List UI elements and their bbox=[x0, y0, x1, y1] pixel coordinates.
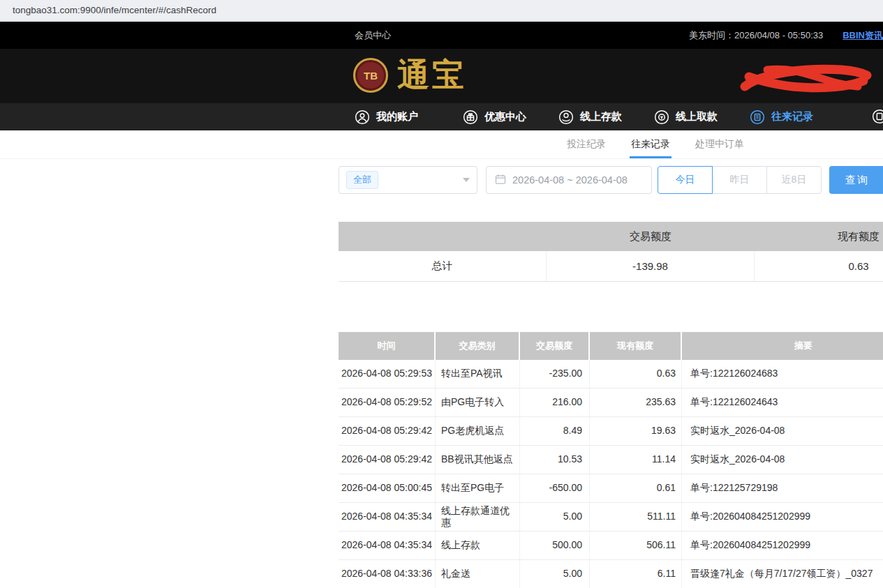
tab-betting-records[interactable]: 投注纪录 bbox=[565, 130, 607, 158]
summary-total-row: 总计 -139.98 0.63 bbox=[339, 251, 883, 282]
cell-amount: 216.00 bbox=[520, 389, 590, 416]
summary-header-amount: 交易额度 bbox=[547, 222, 755, 251]
cell-time: 2026-04-08 05:29:53 bbox=[339, 360, 436, 388]
site-logo[interactable]: TB 通宝 bbox=[353, 58, 467, 93]
summary-total-label: 总计 bbox=[339, 251, 547, 281]
nav-item-online-deposit[interactable]: 线上存款 bbox=[558, 110, 622, 125]
cell-note: 单号:122126024683 bbox=[682, 360, 883, 388]
cell-type: 转出至PG电子 bbox=[436, 474, 520, 502]
cell-balance: 11.14 bbox=[590, 446, 682, 474]
column-header-amount: 交易额度 bbox=[520, 332, 590, 360]
eastern-time-label: 美东时间：2026/04/08 - 05:50:33 bbox=[689, 29, 823, 42]
withdraw-icon bbox=[654, 110, 669, 125]
red-scribble-mark bbox=[739, 60, 872, 96]
member-center-link[interactable]: 会员中心 bbox=[355, 29, 391, 42]
cell-time: 2026-04-08 05:29:42 bbox=[339, 446, 436, 474]
last-8-days-button[interactable]: 近8日 bbox=[766, 166, 822, 194]
main-navigation: 我的账户 优惠中心 线上存款 线上取款 bbox=[0, 103, 883, 130]
cell-amount: 10.53 bbox=[520, 446, 590, 474]
logo-text: 通宝 bbox=[397, 58, 467, 93]
table-row: 2026-04-08 05:29:42 BB视讯其他返点 10.53 11.14… bbox=[339, 446, 883, 474]
cell-amount: 8.49 bbox=[520, 417, 590, 445]
table-row: 2026-04-08 05:29:52 由PG电子转入 216.00 235.6… bbox=[339, 389, 883, 417]
table-row: 2026-04-08 04:35:34 线上存款 500.00 506.11 单… bbox=[339, 532, 883, 560]
tab-pending-orders[interactable]: 处理中订单 bbox=[694, 130, 745, 158]
date-range-value: 2026-04-08 ~ 2026-04-08 bbox=[512, 174, 628, 186]
nav-label: 往来记录 bbox=[771, 110, 813, 123]
today-button[interactable]: 今日 bbox=[658, 166, 713, 194]
date-range-input[interactable]: 2026-04-08 ~ 2026-04-08 bbox=[486, 166, 652, 194]
nav-item-promotions[interactable]: 优惠中心 bbox=[463, 110, 526, 125]
cell-balance: 19.63 bbox=[590, 417, 682, 445]
topbar: 会员中心 美东时间：2026/04/08 - 05:50:33 BBIN资讯 bbox=[0, 22, 883, 49]
yesterday-button[interactable]: 昨日 bbox=[712, 166, 767, 194]
cell-balance: 0.63 bbox=[590, 360, 682, 388]
cell-balance: 6.11 bbox=[590, 560, 682, 588]
logo-badge: TB bbox=[364, 70, 378, 82]
cell-time: 2026-04-08 05:29:42 bbox=[339, 417, 436, 445]
sub-navigation: 投注纪录 往来记录 处理中订单 bbox=[0, 130, 883, 159]
table-row: 2026-04-08 04:35:34 线上存款通道优惠 5.00 511.11… bbox=[339, 503, 883, 532]
table-row: 2026-04-08 05:29:42 PG老虎机返点 8.49 19.63 实… bbox=[339, 417, 883, 446]
nav-item-online-withdraw[interactable]: 线上取款 bbox=[654, 110, 718, 125]
partial-nav-icon[interactable] bbox=[872, 109, 883, 127]
quick-range-group: 今日 昨日 近8日 bbox=[658, 166, 822, 194]
table-row: 2026-04-08 04:33:36 礼金送 5.00 6.11 晋级逢7礼金… bbox=[339, 560, 883, 588]
summary-table: 交易额度 现有额度 总计 -139.98 0.63 bbox=[339, 222, 883, 282]
deposit-icon bbox=[558, 110, 574, 125]
user-icon bbox=[355, 110, 370, 125]
cell-balance: 235.63 bbox=[590, 389, 682, 416]
nav-label: 我的账户 bbox=[376, 110, 418, 123]
filter-bar: 全部 2026-04-08 ~ 2026-04-08 今日 昨日 近8日 查询 bbox=[0, 166, 883, 194]
type-select[interactable]: 全部 bbox=[339, 166, 477, 194]
cell-time: 2026-04-08 04:33:36 bbox=[339, 560, 436, 588]
cell-type: 线上存款通道优惠 bbox=[436, 503, 520, 531]
cell-time: 2026-04-08 04:35:34 bbox=[339, 503, 436, 531]
nav-label: 线上取款 bbox=[676, 110, 718, 123]
table-row: 2026-04-08 05:29:53 转出至PA视讯 -235.00 0.63… bbox=[339, 360, 883, 389]
bbin-news-link[interactable]: BBIN资讯 bbox=[843, 29, 883, 42]
tab-transaction-records[interactable]: 往来记录 bbox=[630, 130, 671, 158]
cell-type: 线上存款 bbox=[436, 532, 520, 559]
search-button[interactable]: 查询 bbox=[829, 166, 883, 194]
chevron-down-icon bbox=[463, 178, 470, 182]
cell-amount: 5.00 bbox=[520, 503, 590, 531]
cell-time: 2026-04-08 04:35:34 bbox=[339, 532, 436, 559]
topbar-right: 美东时间：2026/04/08 - 05:50:33 BBIN资讯 bbox=[689, 29, 883, 42]
records-table-body: 2026-04-08 05:29:53 转出至PA视讯 -235.00 0.63… bbox=[339, 360, 883, 588]
address-url: tongbao31.com:9900/infe/mcenter/#/cashRe… bbox=[13, 5, 216, 15]
cell-type: 转出至PA视讯 bbox=[436, 360, 520, 388]
summary-total-balance: 0.63 bbox=[755, 251, 883, 281]
cell-balance: 506.11 bbox=[590, 532, 682, 559]
cell-amount: 500.00 bbox=[520, 532, 590, 559]
nav-item-transaction-records[interactable]: 往来记录 bbox=[750, 110, 813, 125]
nav-item-my-account[interactable]: 我的账户 bbox=[355, 110, 418, 125]
cell-type: 由PG电子转入 bbox=[436, 389, 520, 416]
cell-balance: 511.11 bbox=[590, 503, 682, 531]
column-header-time: 时间 bbox=[339, 332, 436, 360]
nav-label: 线上存款 bbox=[580, 110, 622, 123]
cell-note: 单号:122126024643 bbox=[682, 389, 883, 416]
cell-amount: -650.00 bbox=[520, 474, 590, 502]
cell-amount: -235.00 bbox=[520, 360, 590, 388]
cell-note: 单号:202604084251202999 bbox=[682, 532, 883, 559]
cell-note: 实时返水_2026-04-08 bbox=[682, 417, 883, 445]
type-selected-tag[interactable]: 全部 bbox=[346, 171, 378, 189]
cell-note: 单号:202604084251202999 bbox=[682, 503, 883, 531]
records-icon bbox=[750, 110, 765, 125]
summary-header-empty bbox=[339, 222, 547, 251]
cell-time: 2026-04-08 05:00:45 bbox=[339, 474, 436, 502]
summary-total-amount: -139.98 bbox=[547, 251, 755, 281]
cell-type: 礼金送 bbox=[436, 560, 520, 588]
table-row: 2026-04-08 05:00:45 转出至PG电子 -650.00 0.61… bbox=[339, 474, 883, 503]
nav-label: 优惠中心 bbox=[484, 110, 526, 123]
cell-note: 单号:122125729198 bbox=[682, 474, 883, 502]
cell-note: 晋级逢7礼金（每月7/17/27领工资）_0327 bbox=[682, 560, 883, 588]
calendar-icon bbox=[495, 174, 506, 187]
cell-balance: 0.61 bbox=[590, 474, 682, 502]
column-header-type: 交易类别 bbox=[436, 332, 520, 360]
cell-amount: 5.00 bbox=[520, 560, 590, 588]
browser-address-bar[interactable]: tongbao31.com:9900/infe/mcenter/#/cashRe… bbox=[0, 0, 883, 21]
cell-note: 实时返水_2026-04-08 bbox=[682, 446, 883, 474]
column-header-note: 摘要 bbox=[682, 332, 883, 360]
